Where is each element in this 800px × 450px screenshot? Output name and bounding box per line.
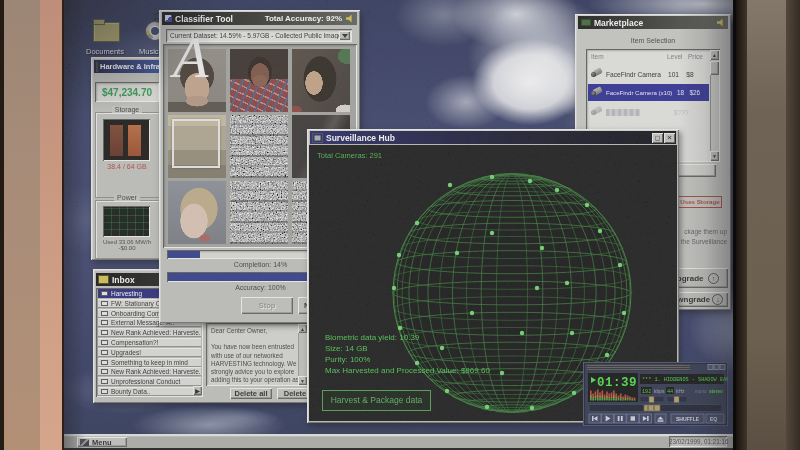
svg-text:44: 44	[667, 389, 673, 395]
svg-text:EQ: EQ	[710, 416, 717, 422]
svg-text:mono: mono	[695, 389, 707, 394]
svg-text:192: 192	[642, 389, 651, 395]
svg-text:*** 1. HIDDENOS - SHADOW BANDS: *** 1. HIDDENOS - SHADOW BANDS	[642, 377, 728, 383]
svg-text:kbps: kbps	[654, 388, 665, 394]
svg-text:01:39: 01:39	[597, 376, 637, 390]
svg-text:SHUFFLE: SHUFFLE	[676, 416, 700, 422]
svg-text:stereo: stereo	[709, 389, 723, 394]
svg-text:kHz: kHz	[676, 388, 685, 394]
